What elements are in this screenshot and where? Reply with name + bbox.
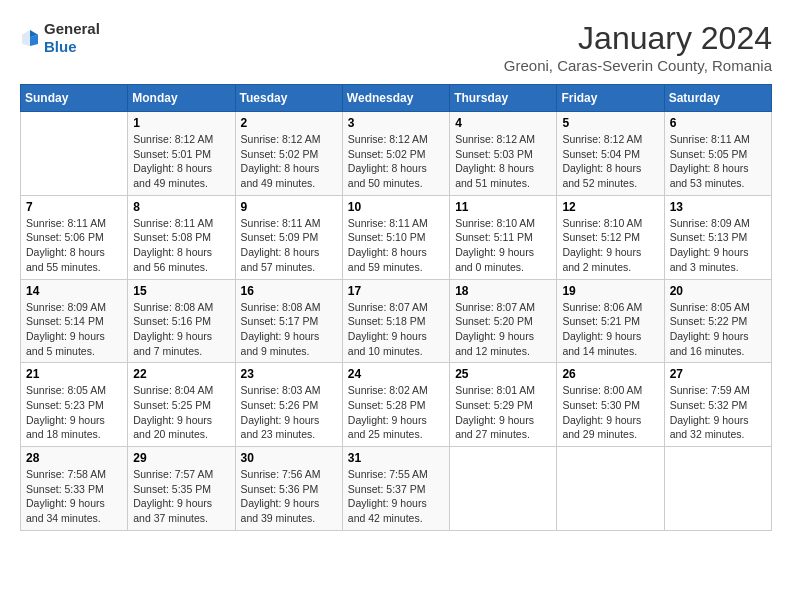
day-number: 23 (241, 367, 337, 381)
day-number: 12 (562, 200, 658, 214)
calendar-cell (450, 447, 557, 531)
calendar-cell: 28Sunrise: 7:58 AMSunset: 5:33 PMDayligh… (21, 447, 128, 531)
day-number: 31 (348, 451, 444, 465)
column-header-saturday: Saturday (664, 85, 771, 112)
day-number: 18 (455, 284, 551, 298)
calendar-cell (664, 447, 771, 531)
day-number: 15 (133, 284, 229, 298)
day-info: Sunrise: 8:02 AMSunset: 5:28 PMDaylight:… (348, 383, 444, 442)
calendar-cell: 2Sunrise: 8:12 AMSunset: 5:02 PMDaylight… (235, 112, 342, 196)
title-area: January 2024 Greoni, Caras-Severin Count… (504, 20, 772, 74)
day-info: Sunrise: 8:12 AMSunset: 5:01 PMDaylight:… (133, 132, 229, 191)
day-info: Sunrise: 8:10 AMSunset: 5:12 PMDaylight:… (562, 216, 658, 275)
day-info: Sunrise: 7:58 AMSunset: 5:33 PMDaylight:… (26, 467, 122, 526)
calendar-week-4: 21Sunrise: 8:05 AMSunset: 5:23 PMDayligh… (21, 363, 772, 447)
day-number: 16 (241, 284, 337, 298)
calendar-cell: 25Sunrise: 8:01 AMSunset: 5:29 PMDayligh… (450, 363, 557, 447)
calendar-cell: 15Sunrise: 8:08 AMSunset: 5:16 PMDayligh… (128, 279, 235, 363)
day-info: Sunrise: 7:55 AMSunset: 5:37 PMDaylight:… (348, 467, 444, 526)
logo: General Blue (20, 20, 100, 56)
day-info: Sunrise: 8:07 AMSunset: 5:18 PMDaylight:… (348, 300, 444, 359)
day-info: Sunrise: 7:57 AMSunset: 5:35 PMDaylight:… (133, 467, 229, 526)
column-header-friday: Friday (557, 85, 664, 112)
day-number: 3 (348, 116, 444, 130)
day-info: Sunrise: 8:11 AMSunset: 5:10 PMDaylight:… (348, 216, 444, 275)
day-number: 30 (241, 451, 337, 465)
day-number: 6 (670, 116, 766, 130)
day-number: 2 (241, 116, 337, 130)
calendar-cell: 27Sunrise: 7:59 AMSunset: 5:32 PMDayligh… (664, 363, 771, 447)
day-number: 10 (348, 200, 444, 214)
calendar-cell: 3Sunrise: 8:12 AMSunset: 5:02 PMDaylight… (342, 112, 449, 196)
logo-general: General (44, 20, 100, 37)
column-header-thursday: Thursday (450, 85, 557, 112)
day-info: Sunrise: 7:59 AMSunset: 5:32 PMDaylight:… (670, 383, 766, 442)
day-info: Sunrise: 8:10 AMSunset: 5:11 PMDaylight:… (455, 216, 551, 275)
page-header: General Blue January 2024 Greoni, Caras-… (20, 20, 772, 74)
day-number: 29 (133, 451, 229, 465)
day-number: 19 (562, 284, 658, 298)
column-header-tuesday: Tuesday (235, 85, 342, 112)
column-header-monday: Monday (128, 85, 235, 112)
calendar-cell: 20Sunrise: 8:05 AMSunset: 5:22 PMDayligh… (664, 279, 771, 363)
calendar-cell: 9Sunrise: 8:11 AMSunset: 5:09 PMDaylight… (235, 195, 342, 279)
day-info: Sunrise: 8:03 AMSunset: 5:26 PMDaylight:… (241, 383, 337, 442)
calendar-cell: 26Sunrise: 8:00 AMSunset: 5:30 PMDayligh… (557, 363, 664, 447)
day-info: Sunrise: 8:12 AMSunset: 5:03 PMDaylight:… (455, 132, 551, 191)
day-number: 22 (133, 367, 229, 381)
day-info: Sunrise: 8:12 AMSunset: 5:02 PMDaylight:… (348, 132, 444, 191)
day-number: 24 (348, 367, 444, 381)
calendar-cell: 11Sunrise: 8:10 AMSunset: 5:11 PMDayligh… (450, 195, 557, 279)
calendar-cell: 30Sunrise: 7:56 AMSunset: 5:36 PMDayligh… (235, 447, 342, 531)
calendar-cell (21, 112, 128, 196)
calendar-cell: 31Sunrise: 7:55 AMSunset: 5:37 PMDayligh… (342, 447, 449, 531)
day-info: Sunrise: 8:09 AMSunset: 5:14 PMDaylight:… (26, 300, 122, 359)
calendar-cell: 7Sunrise: 8:11 AMSunset: 5:06 PMDaylight… (21, 195, 128, 279)
day-info: Sunrise: 8:11 AMSunset: 5:06 PMDaylight:… (26, 216, 122, 275)
calendar-cell: 1Sunrise: 8:12 AMSunset: 5:01 PMDaylight… (128, 112, 235, 196)
day-number: 28 (26, 451, 122, 465)
day-info: Sunrise: 8:09 AMSunset: 5:13 PMDaylight:… (670, 216, 766, 275)
logo-blue: Blue (44, 38, 77, 55)
calendar-cell: 14Sunrise: 8:09 AMSunset: 5:14 PMDayligh… (21, 279, 128, 363)
column-header-wednesday: Wednesday (342, 85, 449, 112)
month-title: January 2024 (504, 20, 772, 57)
day-number: 25 (455, 367, 551, 381)
day-number: 8 (133, 200, 229, 214)
day-info: Sunrise: 8:11 AMSunset: 5:09 PMDaylight:… (241, 216, 337, 275)
day-number: 5 (562, 116, 658, 130)
day-info: Sunrise: 8:08 AMSunset: 5:17 PMDaylight:… (241, 300, 337, 359)
column-header-sunday: Sunday (21, 85, 128, 112)
logo-icon (20, 28, 40, 48)
day-info: Sunrise: 8:05 AMSunset: 5:23 PMDaylight:… (26, 383, 122, 442)
day-number: 14 (26, 284, 122, 298)
day-number: 11 (455, 200, 551, 214)
calendar-cell: 22Sunrise: 8:04 AMSunset: 5:25 PMDayligh… (128, 363, 235, 447)
calendar-cell: 21Sunrise: 8:05 AMSunset: 5:23 PMDayligh… (21, 363, 128, 447)
calendar-week-5: 28Sunrise: 7:58 AMSunset: 5:33 PMDayligh… (21, 447, 772, 531)
day-number: 9 (241, 200, 337, 214)
day-number: 27 (670, 367, 766, 381)
day-info: Sunrise: 8:00 AMSunset: 5:30 PMDaylight:… (562, 383, 658, 442)
day-info: Sunrise: 8:01 AMSunset: 5:29 PMDaylight:… (455, 383, 551, 442)
calendar-week-2: 7Sunrise: 8:11 AMSunset: 5:06 PMDaylight… (21, 195, 772, 279)
calendar-cell: 23Sunrise: 8:03 AMSunset: 5:26 PMDayligh… (235, 363, 342, 447)
calendar-cell: 13Sunrise: 8:09 AMSunset: 5:13 PMDayligh… (664, 195, 771, 279)
calendar-cell: 19Sunrise: 8:06 AMSunset: 5:21 PMDayligh… (557, 279, 664, 363)
day-info: Sunrise: 8:04 AMSunset: 5:25 PMDaylight:… (133, 383, 229, 442)
calendar-cell: 5Sunrise: 8:12 AMSunset: 5:04 PMDaylight… (557, 112, 664, 196)
calendar-cell: 6Sunrise: 8:11 AMSunset: 5:05 PMDaylight… (664, 112, 771, 196)
calendar-cell: 24Sunrise: 8:02 AMSunset: 5:28 PMDayligh… (342, 363, 449, 447)
calendar-cell: 17Sunrise: 8:07 AMSunset: 5:18 PMDayligh… (342, 279, 449, 363)
day-number: 4 (455, 116, 551, 130)
day-info: Sunrise: 8:05 AMSunset: 5:22 PMDaylight:… (670, 300, 766, 359)
day-info: Sunrise: 8:08 AMSunset: 5:16 PMDaylight:… (133, 300, 229, 359)
calendar-week-3: 14Sunrise: 8:09 AMSunset: 5:14 PMDayligh… (21, 279, 772, 363)
day-info: Sunrise: 8:07 AMSunset: 5:20 PMDaylight:… (455, 300, 551, 359)
calendar-cell (557, 447, 664, 531)
day-info: Sunrise: 8:11 AMSunset: 5:08 PMDaylight:… (133, 216, 229, 275)
calendar-cell: 18Sunrise: 8:07 AMSunset: 5:20 PMDayligh… (450, 279, 557, 363)
day-info: Sunrise: 8:06 AMSunset: 5:21 PMDaylight:… (562, 300, 658, 359)
day-number: 21 (26, 367, 122, 381)
calendar-cell: 29Sunrise: 7:57 AMSunset: 5:35 PMDayligh… (128, 447, 235, 531)
